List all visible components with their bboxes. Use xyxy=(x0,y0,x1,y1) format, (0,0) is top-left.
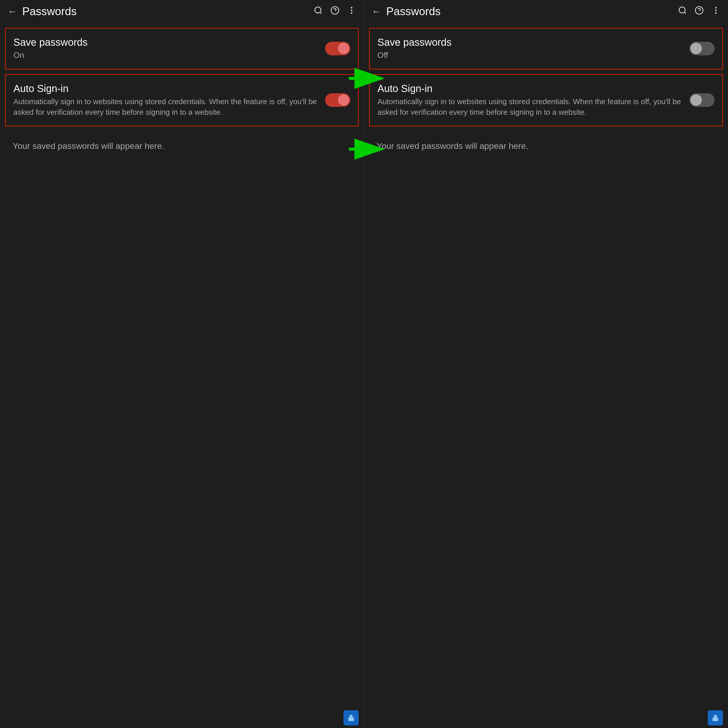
right-save-passwords-text: Save passwords Off xyxy=(378,37,684,61)
svg-point-4 xyxy=(351,7,352,8)
left-save-passwords-row[interactable]: Save passwords On xyxy=(5,28,359,69)
left-save-passwords-text: Save passwords On xyxy=(14,37,320,61)
left-auto-signin-row[interactable]: Auto Sign-in Automatically sign in to we… xyxy=(5,74,359,126)
right-save-passwords-toggle[interactable] xyxy=(689,42,714,55)
right-auto-signin-toggle[interactable] xyxy=(689,93,714,107)
left-empty-state: Your saved passwords will appear here. xyxy=(5,133,359,159)
left-page-title: Passwords xyxy=(22,5,314,18)
svg-point-5 xyxy=(351,9,352,11)
left-save-passwords-status: On xyxy=(14,50,320,61)
right-search-icon[interactable] xyxy=(678,6,687,17)
right-auto-signin-text: Auto Sign-in Automatically sign in to we… xyxy=(378,83,684,118)
right-save-passwords-status: Off xyxy=(378,50,684,61)
right-panel: ← Passwords Save password xyxy=(364,0,728,728)
left-help-icon[interactable] xyxy=(330,6,340,17)
left-auto-signin-text: Auto Sign-in Automatically sign in to we… xyxy=(14,83,320,118)
right-auto-signin-row[interactable]: Auto Sign-in Automatically sign in to we… xyxy=(369,74,723,126)
right-bottom-icon[interactable] xyxy=(708,710,723,725)
right-empty-state: Your saved passwords will appear here. xyxy=(369,133,723,159)
left-save-passwords-toggle[interactable] xyxy=(325,42,350,55)
right-content: Save passwords Off Auto Sign-in Automati… xyxy=(364,23,728,728)
left-back-button[interactable]: ← xyxy=(8,6,17,16)
right-save-passwords-row[interactable]: Save passwords Off xyxy=(369,28,723,69)
left-save-passwords-title: Save passwords xyxy=(14,37,320,48)
left-header: ← Passwords xyxy=(0,0,364,23)
left-content: Save passwords On Auto Sign-in Automatic… xyxy=(0,23,364,728)
right-bottom-bar xyxy=(364,708,728,728)
svg-line-1 xyxy=(320,12,322,14)
right-help-icon[interactable] xyxy=(694,6,704,17)
left-menu-icon[interactable] xyxy=(347,6,356,17)
svg-point-14 xyxy=(715,12,717,14)
svg-rect-15 xyxy=(713,717,719,721)
right-back-button[interactable]: ← xyxy=(372,6,381,16)
svg-point-6 xyxy=(351,12,352,14)
left-bottom-icon[interactable] xyxy=(344,710,359,725)
right-header-icons xyxy=(678,6,720,17)
svg-point-12 xyxy=(715,7,717,8)
right-page-title: Passwords xyxy=(386,5,678,18)
right-menu-icon[interactable] xyxy=(711,6,720,17)
svg-rect-7 xyxy=(348,717,354,721)
left-header-icons xyxy=(314,6,356,17)
right-header: ← Passwords xyxy=(364,0,728,23)
svg-line-9 xyxy=(684,12,686,14)
svg-point-13 xyxy=(715,9,717,11)
svg-point-0 xyxy=(315,7,321,13)
left-panel: ← Passwords Save password xyxy=(0,0,364,728)
right-auto-signin-description: Automatically sign in to websites using … xyxy=(378,96,684,118)
left-auto-signin-toggle[interactable] xyxy=(325,93,350,107)
left-auto-signin-title: Auto Sign-in xyxy=(14,83,320,94)
right-auto-signin-title: Auto Sign-in xyxy=(378,83,684,94)
left-bottom-bar xyxy=(0,708,364,728)
left-auto-signin-description: Automatically sign in to websites using … xyxy=(14,96,320,118)
svg-point-8 xyxy=(679,7,685,13)
left-search-icon[interactable] xyxy=(314,6,323,17)
right-save-passwords-title: Save passwords xyxy=(378,37,684,48)
